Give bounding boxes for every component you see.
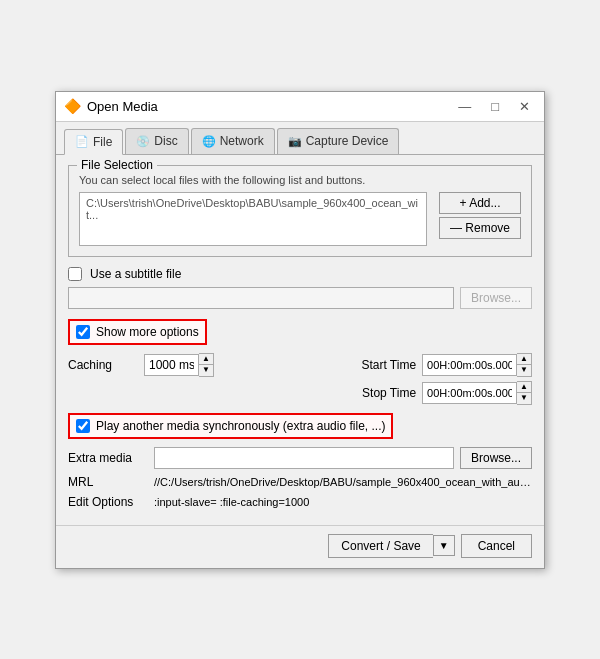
- subtitle-input[interactable]: [68, 287, 454, 309]
- file-action-buttons: + Add... — Remove: [439, 192, 521, 246]
- tab-network[interactable]: 🌐 Network: [191, 128, 275, 154]
- mrl-row: MRL //C:/Users/trish/OneDrive/Desktop/BA…: [68, 475, 532, 489]
- file-selection-title: File Selection: [77, 158, 157, 172]
- play-sync-row: Play another media synchronously (extra …: [68, 413, 532, 439]
- close-button[interactable]: ✕: [513, 98, 536, 115]
- tab-bar: 📄 File 💿 Disc 🌐 Network 📷 Capture Device: [56, 122, 544, 155]
- window-controls: — □ ✕: [452, 98, 536, 115]
- stop-time-spinner: ▲ ▼: [517, 381, 532, 405]
- tab-file[interactable]: 📄 File: [64, 129, 123, 155]
- mrl-value: //C:/Users/trish/OneDrive/Desktop/BABU/s…: [154, 476, 532, 488]
- show-more-label: Show more options: [96, 325, 199, 339]
- edit-options-label: Edit Options: [68, 495, 148, 509]
- tab-capture[interactable]: 📷 Capture Device: [277, 128, 400, 154]
- caching-label: Caching: [68, 358, 138, 372]
- mrl-label: MRL: [68, 475, 148, 489]
- tab-disc[interactable]: 💿 Disc: [125, 128, 188, 154]
- file-area: C:\Users\trish\OneDrive\Desktop\BABU\sam…: [79, 192, 521, 246]
- extra-browse-button[interactable]: Browse...: [460, 447, 532, 469]
- stop-time-input-group: ▲ ▼: [422, 381, 532, 405]
- stop-time-row: Stop Time ▲ ▼: [351, 381, 532, 405]
- caching-section: Caching ▲ ▼: [68, 353, 214, 377]
- convert-save-group: Convert / Save ▼: [328, 534, 454, 558]
- stop-time-label: Stop Time: [351, 386, 416, 400]
- stop-time-up[interactable]: ▲: [517, 382, 531, 393]
- start-time-spinner: ▲ ▼: [517, 353, 532, 377]
- caching-down-button[interactable]: ▼: [199, 365, 213, 376]
- start-time-input[interactable]: [422, 354, 517, 376]
- play-sync-label: Play another media synchronously (extra …: [96, 419, 385, 433]
- extra-media-input[interactable]: [154, 447, 454, 469]
- show-more-row: Show more options: [68, 319, 532, 345]
- start-time-up[interactable]: ▲: [517, 354, 531, 365]
- tab-capture-label: Capture Device: [306, 134, 389, 148]
- tab-network-label: Network: [220, 134, 264, 148]
- show-more-highlight: Show more options: [68, 319, 207, 345]
- open-media-window: 🔶 Open Media — □ ✕ 📄 File 💿 Disc 🌐 Netwo…: [55, 91, 545, 569]
- start-time-down[interactable]: ▼: [517, 365, 531, 376]
- file-path: C:\Users\trish\OneDrive\Desktop\BABU\sam…: [86, 197, 420, 221]
- caching-time-row: Caching ▲ ▼ Start Time ▲: [68, 353, 532, 405]
- play-sync-highlight: Play another media synchronously (extra …: [68, 413, 393, 439]
- file-tab-icon: 📄: [75, 135, 89, 148]
- footer: Convert / Save ▼ Cancel: [56, 525, 544, 568]
- subtitle-checkbox-row: Use a subtitle file: [68, 267, 532, 281]
- add-button[interactable]: + Add...: [439, 192, 521, 214]
- start-time-label: Start Time: [351, 358, 416, 372]
- disc-tab-icon: 💿: [136, 135, 150, 148]
- time-section: Start Time ▲ ▼ Stop Time ▲: [351, 353, 532, 405]
- title-bar: 🔶 Open Media — □ ✕: [56, 92, 544, 122]
- file-selection-group: File Selection You can select local file…: [68, 165, 532, 257]
- tab-content: File Selection You can select local file…: [56, 155, 544, 525]
- tab-file-label: File: [93, 135, 112, 149]
- network-tab-icon: 🌐: [202, 135, 216, 148]
- caching-input[interactable]: [144, 354, 199, 376]
- capture-tab-icon: 📷: [288, 135, 302, 148]
- extra-media-label: Extra media: [68, 451, 148, 465]
- file-selection-description: You can select local files with the foll…: [79, 174, 521, 186]
- cancel-button[interactable]: Cancel: [461, 534, 532, 558]
- caching-spinner-buttons: ▲ ▼: [199, 353, 214, 377]
- subtitle-checkbox[interactable]: [68, 267, 82, 281]
- edit-options-value: :input-slave= :file-caching=1000: [154, 496, 532, 508]
- edit-options-row: Edit Options :input-slave= :file-caching…: [68, 495, 532, 509]
- remove-button[interactable]: — Remove: [439, 217, 521, 239]
- subtitle-browse-button: Browse...: [460, 287, 532, 309]
- subtitle-input-row: Browse...: [68, 287, 532, 309]
- convert-save-dropdown[interactable]: ▼: [433, 535, 455, 556]
- tab-disc-label: Disc: [154, 134, 177, 148]
- window-title: Open Media: [87, 99, 446, 114]
- file-list[interactable]: C:\Users\trish\OneDrive\Desktop\BABU\sam…: [79, 192, 427, 246]
- caching-spinner: ▲ ▼: [144, 353, 214, 377]
- maximize-button[interactable]: □: [485, 98, 505, 115]
- app-icon: 🔶: [64, 98, 81, 114]
- start-time-input-group: ▲ ▼: [422, 353, 532, 377]
- show-more-checkbox[interactable]: [76, 325, 90, 339]
- start-time-row: Start Time ▲ ▼: [351, 353, 532, 377]
- play-sync-checkbox[interactable]: [76, 419, 90, 433]
- stop-time-input[interactable]: [422, 382, 517, 404]
- stop-time-down[interactable]: ▼: [517, 393, 531, 404]
- subtitle-label: Use a subtitle file: [90, 267, 181, 281]
- extra-media-row: Extra media Browse...: [68, 447, 532, 469]
- caching-up-button[interactable]: ▲: [199, 354, 213, 365]
- minimize-button[interactable]: —: [452, 98, 477, 115]
- convert-save-button[interactable]: Convert / Save: [328, 534, 432, 558]
